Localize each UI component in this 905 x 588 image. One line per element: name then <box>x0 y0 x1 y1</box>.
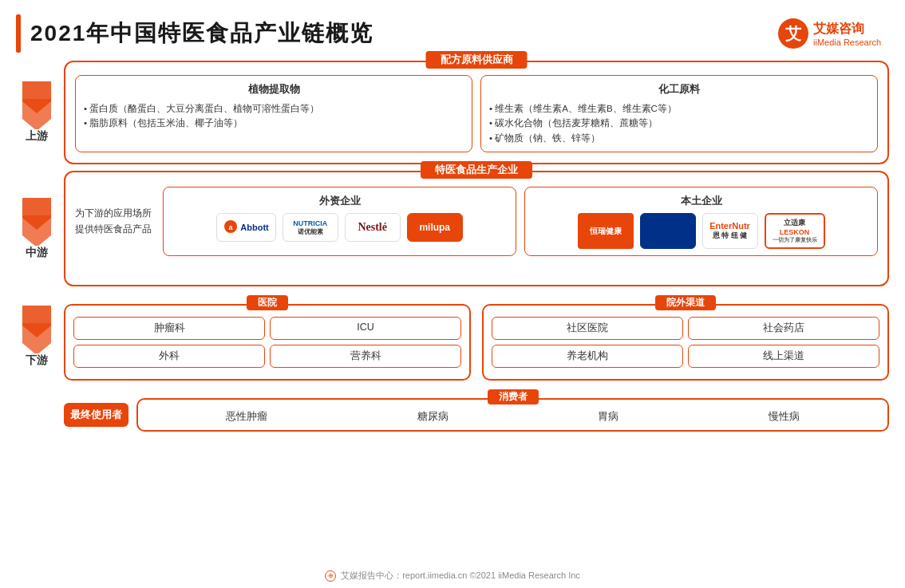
svg-marker-7 <box>22 323 51 353</box>
plant-title: 植物提取物 <box>84 82 464 97</box>
midstream-row: 中游 特医食品生产企业 为下游的应用场所提供特医食品产品 外资企业 a <box>16 171 889 286</box>
hospital-title: 医院 <box>247 295 288 310</box>
midstream-section-title: 特医食品生产企业 <box>421 161 532 179</box>
consumer-item-0: 恶性肿瘤 <box>226 409 267 424</box>
title-bar: 2021年中国特医食品产业链概览 <box>16 14 373 53</box>
outside-item-0: 社区医院 <box>492 317 683 340</box>
upstream-content: 植物提取物 蛋白质（酪蛋白、大豆分离蛋白、植物可溶性蛋白等） 脂肪原料（包括玉米… <box>75 75 878 152</box>
consumer-item-3: 慢性病 <box>769 409 800 424</box>
outside-item-3: 线上渠道 <box>688 345 879 368</box>
consumer-item-1: 糖尿病 <box>417 409 449 424</box>
local-title: 本土企业 <box>532 194 871 208</box>
hospital-item-1: ICU <box>270 317 461 340</box>
upstream-label-text: 上游 <box>26 129 48 144</box>
footer: ⊕ 艾媒报告中心：report.iimedia.cn ©2021 iiMedia… <box>0 570 905 582</box>
svg-marker-1 <box>22 99 51 129</box>
downstream-boxes: 医院 肿瘤科 ICU 外科 营养科 院外渠道 社区医院 社会药店 养老机构 线上… <box>64 293 889 381</box>
logo-leskon: 立适康 LESKON 一切为了康复快乐 <box>765 213 825 249</box>
hospital-grid: 肿瘤科 ICU 外科 营养科 <box>73 317 461 368</box>
plant-bullet-2: 脂肪原料（包括玉米油、椰子油等） <box>84 116 464 130</box>
final-label: 最终使用者 <box>64 403 128 427</box>
logo-milupa: milupa <box>407 213 463 242</box>
logo-hengrei: 恒瑞健康 <box>578 213 634 249</box>
midstream-chevrons <box>19 198 54 246</box>
upstream-row: 上游 配方原料供应商 植物提取物 蛋白质（酪蛋白、大豆分离蛋白、植物可溶性蛋白等… <box>16 61 889 164</box>
outside-grid: 社区医院 社会药店 养老机构 线上渠道 <box>492 317 879 368</box>
logo-yili: 伊利 <box>640 213 696 249</box>
downstream-chevrons <box>19 306 54 353</box>
logo-icon: 艾 <box>778 18 808 49</box>
logo-abbott: a Abbott <box>216 213 275 242</box>
consumer-section: 消费者 恶性肿瘤 糖尿病 胃病 慢性病 <box>136 398 889 432</box>
midstream-arrow: 中游 <box>19 198 54 260</box>
outside-item-1: 社会药店 <box>688 317 879 340</box>
upstream-label-area: 上游 <box>16 61 57 164</box>
logo-area: 艾 艾媒咨询 iiMedia Research <box>778 18 881 49</box>
downstream-arrow: 下游 <box>19 306 54 368</box>
logo-text: 艾媒咨询 iiMedia Research <box>813 21 881 47</box>
downstream-label-area: 下游 <box>16 293 57 381</box>
chemical-title: 化工原料 <box>489 82 869 97</box>
consumer-items: 恶性肿瘤 糖尿病 胃病 慢性病 <box>151 409 875 424</box>
upstream-section-title: 配方原料供应商 <box>426 51 528 69</box>
foreign-title: 外资企业 <box>170 194 509 208</box>
logo-nestle: Nestlé <box>345 213 401 242</box>
chemical-bullet-2: 碳水化合物（包括麦芽糖精、蔗糖等） <box>489 116 869 130</box>
foreign-logos: a Abbott NUTRICIA 诺优能素 Nestlé <box>170 213 509 242</box>
hospital-box: 医院 肿瘤科 ICU 外科 营养科 <box>64 304 471 381</box>
outside-title: 院外渠道 <box>655 295 716 310</box>
outside-box: 院外渠道 社区医院 社会药店 养老机构 线上渠道 <box>482 304 889 381</box>
local-logos: 恒瑞健康 伊利 EnterNutr 恩 特 纽 健 <box>532 213 871 249</box>
downstream-label-text: 下游 <box>26 353 48 368</box>
chemical-bullet-1: 维生素（维生素A、维生素B、维生素C等） <box>489 101 869 116</box>
final-row: 最终使用者 消费者 恶性肿瘤 糖尿病 胃病 慢性病 <box>16 387 889 432</box>
midstream-description: 为下游的应用场所提供特医食品产品 <box>75 187 155 256</box>
plant-bullet-1: 蛋白质（酪蛋白、大豆分离蛋白、植物可溶性蛋白等） <box>84 101 464 116</box>
svg-marker-3 <box>22 215 51 246</box>
abbott-icon: a <box>223 219 238 236</box>
upstream-section-box: 配方原料供应商 植物提取物 蛋白质（酪蛋白、大豆分离蛋白、植物可溶性蛋白等） 脂… <box>64 61 889 164</box>
consumer-item-2: 胃病 <box>598 409 618 424</box>
hospital-item-3: 营养科 <box>270 345 461 368</box>
midstream-label-area: 中游 <box>16 171 57 286</box>
page-title: 2021年中国特医食品产业链概览 <box>30 18 373 49</box>
midstream-section-box: 特医食品生产企业 为下游的应用场所提供特医食品产品 外资企业 a Abbott <box>64 171 889 286</box>
logo-enternutr: EnterNutr 恩 特 纽 健 <box>702 213 758 249</box>
upstream-chevrons <box>19 81 54 129</box>
globe-icon: ⊕ <box>325 570 336 582</box>
title-accent <box>16 14 21 53</box>
chemical-col: 化工原料 维生素（维生素A、维生素B、维生素C等） 碳水化合物（包括麦芽糖精、蔗… <box>480 75 878 152</box>
midstream-local-box: 本土企业 恒瑞健康 伊利 EnterNutr 恩 特 纽 健 <box>524 187 878 256</box>
content-area: 上游 配方原料供应商 植物提取物 蛋白质（酪蛋白、大豆分离蛋白、植物可溶性蛋白等… <box>0 61 905 432</box>
plant-col: 植物提取物 蛋白质（酪蛋白、大豆分离蛋白、植物可溶性蛋白等） 脂肪原料（包括玉米… <box>75 75 472 152</box>
consumer-title: 消费者 <box>488 389 539 404</box>
hospital-item-2: 外科 <box>73 345 265 368</box>
chemical-bullets: 维生素（维生素A、维生素B、维生素C等） 碳水化合物（包括麦芽糖精、蔗糖等） 矿… <box>489 101 869 145</box>
midstream-content: 为下游的应用场所提供特医食品产品 外资企业 a Abbott <box>75 187 878 256</box>
logo-nutricia: NUTRICIA 诺优能素 <box>283 213 338 242</box>
footer-text: 艾媒报告中心：report.iimedia.cn ©2021 iiMedia R… <box>341 570 580 582</box>
plant-bullets: 蛋白质（酪蛋白、大豆分离蛋白、植物可溶性蛋白等） 脂肪原料（包括玉米油、椰子油等… <box>84 101 464 131</box>
upstream-arrow: 上游 <box>19 81 54 144</box>
hospital-item-0: 肿瘤科 <box>73 317 265 340</box>
midstream-foreign-box: 外资企业 a Abbott NUTRICIA 诺优能素 <box>163 187 516 256</box>
downstream-row: 下游 医院 肿瘤科 ICU 外科 营养科 院外渠道 社区医院 社会药店 <box>16 293 889 381</box>
chemical-bullet-3: 矿物质（钠、铁、锌等） <box>489 131 869 145</box>
outside-item-2: 养老机构 <box>492 345 683 368</box>
midstream-label-text: 中游 <box>26 246 48 260</box>
